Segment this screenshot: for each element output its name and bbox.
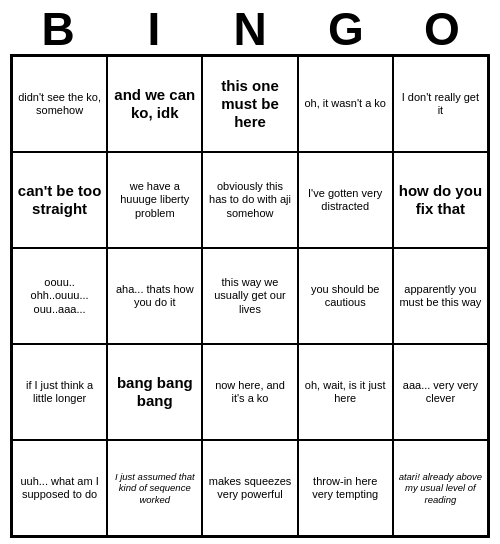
bingo-cell-r3-c4[interactable]: aaa... very very clever: [393, 344, 488, 440]
bingo-cell-r1-c4[interactable]: how do you fix that: [393, 152, 488, 248]
bingo-letter-i: I: [110, 6, 198, 52]
bingo-cell-r2-c4[interactable]: apparently you must be this way: [393, 248, 488, 344]
bingo-cell-r4-c2[interactable]: makes squeezes very powerful: [202, 440, 297, 536]
bingo-cell-r2-c1[interactable]: aha... thats how you do it: [107, 248, 202, 344]
bingo-cell-r0-c0[interactable]: didn't see the ko, somehow: [12, 56, 107, 152]
bingo-cell-r0-c3[interactable]: oh, it wasn't a ko: [298, 56, 393, 152]
bingo-grid: didn't see the ko, somehowand we can ko,…: [10, 54, 490, 538]
bingo-cell-r2-c2[interactable]: this way we usually get our lives: [202, 248, 297, 344]
bingo-cell-r0-c2[interactable]: this one must be here: [202, 56, 297, 152]
bingo-letter-o: O: [398, 6, 486, 52]
bingo-cell-r4-c0[interactable]: uuh... what am I supposed to do: [12, 440, 107, 536]
bingo-cell-r3-c3[interactable]: oh, wait, is it just here: [298, 344, 393, 440]
bingo-cell-r0-c1[interactable]: and we can ko, idk: [107, 56, 202, 152]
bingo-cell-r3-c2[interactable]: now here, and it's a ko: [202, 344, 297, 440]
bingo-cell-r0-c4[interactable]: I don't really get it: [393, 56, 488, 152]
bingo-letter-n: N: [206, 6, 294, 52]
bingo-letter-g: G: [302, 6, 390, 52]
bingo-cell-r3-c0[interactable]: if I just think a little longer: [12, 344, 107, 440]
bingo-cell-r1-c2[interactable]: obviously this has to do with aji someho…: [202, 152, 297, 248]
bingo-cell-r4-c4[interactable]: atari! already above my usual level of r…: [393, 440, 488, 536]
bingo-cell-r4-c1[interactable]: I just assumed that kind of sequence wor…: [107, 440, 202, 536]
bingo-cell-r2-c3[interactable]: you should be cautious: [298, 248, 393, 344]
bingo-cell-r1-c1[interactable]: we have a huuuge liberty problem: [107, 152, 202, 248]
bingo-cell-r4-c3[interactable]: throw-in here very tempting: [298, 440, 393, 536]
bingo-cell-r1-c3[interactable]: I've gotten very distracted: [298, 152, 393, 248]
bingo-cell-r3-c1[interactable]: bang bang bang: [107, 344, 202, 440]
bingo-letter-b: B: [14, 6, 102, 52]
bingo-cell-r2-c0[interactable]: oouu.. ohh..ouuu... ouu..aaa...: [12, 248, 107, 344]
bingo-cell-r1-c0[interactable]: can't be too straight: [12, 152, 107, 248]
bingo-header: BINGO: [10, 0, 490, 54]
